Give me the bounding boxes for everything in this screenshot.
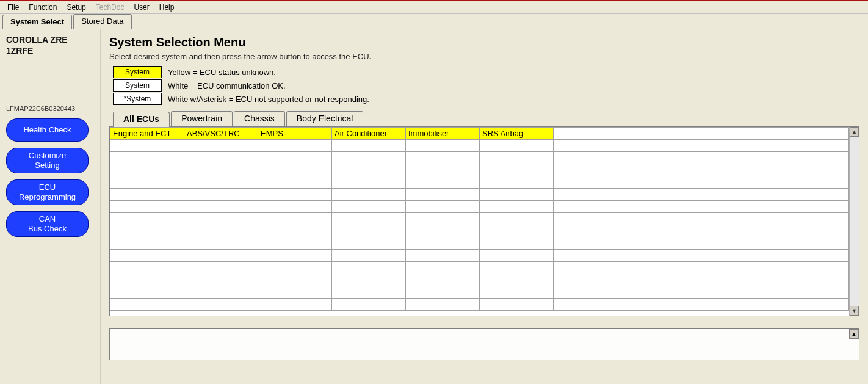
ecu-cell (554, 176, 627, 189)
ecu-cell (554, 189, 627, 201)
ecu-cell (184, 299, 258, 311)
ecu-cell (627, 164, 701, 176)
legend-row-0: SystemYellow = ECU status unknown. (109, 66, 859, 78)
legend-swatch-2: *System (113, 93, 162, 105)
ecu-cell-srs-airbag[interactable]: SRS Airbag (480, 128, 554, 140)
ecu-cell (701, 213, 775, 225)
menu-help[interactable]: Help (154, 3, 179, 12)
ecu-cell (110, 250, 184, 262)
ecu-cell (627, 140, 701, 152)
ecu-cell (184, 225, 258, 237)
menu-file[interactable]: File (2, 3, 24, 12)
ecu-cell-abs-vsc-trc[interactable]: ABS/VSC/TRC (184, 128, 258, 140)
main-panel: System Selection Menu Select desired sys… (101, 29, 868, 384)
ecu-cell (406, 176, 480, 189)
ecu-tab-all-ecus[interactable]: All ECUs (113, 112, 170, 127)
ecu-cell (406, 152, 480, 164)
top-tab-stored-data[interactable]: Stored Data (73, 14, 131, 29)
ecu-cell (110, 140, 184, 152)
ecu-tab-chassis[interactable]: Chassis (234, 111, 285, 126)
ecu-cell-immobiliser[interactable]: Immobiliser (406, 128, 480, 140)
ecu-cell (775, 274, 849, 286)
ecu-cell (701, 299, 775, 311)
ecu-cell-engine-and-ect[interactable]: Engine and ECT (110, 128, 184, 140)
ecu-cell (110, 213, 184, 225)
vertical-scrollbar[interactable]: ▲ ▼ (849, 127, 859, 316)
ecu-cell (110, 201, 184, 213)
scroll-down-icon[interactable]: ▼ (850, 306, 859, 316)
scroll-up-icon[interactable]: ▲ (850, 127, 859, 137)
ecu-cell (332, 286, 406, 299)
ecu-cell (258, 176, 332, 189)
ecu-cell (332, 274, 406, 286)
ecu-cell (406, 164, 480, 176)
ecu-cell (184, 164, 258, 176)
ecu-cell (406, 213, 480, 225)
health-check-button[interactable]: Health Check (6, 118, 89, 142)
ecu-cell (184, 152, 258, 164)
menu-setup[interactable]: Setup (62, 3, 90, 12)
legend-row-1: SystemWhite = ECU communication OK. (109, 79, 859, 92)
ecu-cell (627, 189, 701, 201)
ecu-cell (627, 299, 701, 311)
ecu-cell (554, 140, 627, 152)
ecu-cell (258, 299, 332, 311)
ecu-cell (627, 286, 701, 299)
ecu-cell (480, 152, 554, 164)
customize-setting-button[interactable]: Customize Setting (6, 148, 89, 173)
menubar: FileFunctionSetupTechDocUserHelp (0, 1, 868, 13)
ecu-cell (406, 225, 480, 237)
ecu-cell (480, 225, 554, 237)
ecu-cell (554, 152, 627, 164)
ecu-cell (332, 201, 406, 213)
ecu-cell (480, 274, 554, 286)
ecu-cell (332, 262, 406, 274)
ecu-cell (110, 262, 184, 274)
top-tab-system-select[interactable]: System Select (2, 15, 72, 29)
ecu-cell (258, 274, 332, 286)
ecu-cell (627, 152, 701, 164)
ecu-grid-wrap: Engine and ECTABS/VSC/TRCEMPSAir Conditi… (109, 127, 859, 316)
ecu-tab-body-electrical[interactable]: Body Electrical (286, 111, 364, 126)
legend-swatch-1: System (113, 79, 162, 92)
ecu-cell (258, 250, 332, 262)
ecu-cell (701, 164, 775, 176)
ecu-cell (775, 262, 849, 274)
ecu-cell (258, 140, 332, 152)
ecu-cell (701, 176, 775, 189)
ecu-cell (258, 152, 332, 164)
ecu-cell (775, 164, 849, 176)
ecu-reprogramming-button[interactable]: ECU Reprogramming (6, 179, 89, 205)
ecu-cell-emps[interactable]: EMPS (258, 128, 332, 140)
ecu-cell (701, 201, 775, 213)
vin-label: LFMAP22C6B0320443 (6, 105, 94, 112)
ecu-cell (332, 152, 406, 164)
ecu-cell (480, 140, 554, 152)
can-bus-check-button[interactable]: CAN Bus Check (6, 211, 89, 237)
ecu-cell (480, 286, 554, 299)
ecu-cell (406, 250, 480, 262)
ecu-cell (480, 250, 554, 262)
ecu-cell (184, 250, 258, 262)
ecu-cell (480, 262, 554, 274)
menu-user[interactable]: User (129, 3, 154, 12)
ecu-cell (110, 164, 184, 176)
ecu-cell (184, 201, 258, 213)
ecu-cell (110, 274, 184, 286)
ecu-cell (701, 262, 775, 274)
ecu-cell (332, 213, 406, 225)
ecu-cell-air-conditioner[interactable]: Air Conditioner (332, 128, 406, 140)
panel-scroll-up-icon[interactable]: ▲ (849, 329, 859, 339)
ecu-cell (258, 201, 332, 213)
ecu-cell (332, 176, 406, 189)
ecu-cell (775, 140, 849, 152)
ecu-cell (775, 176, 849, 189)
ecu-cell (554, 286, 627, 299)
ecu-cell (480, 213, 554, 225)
ecu-cell (701, 237, 775, 250)
ecu-cell (627, 201, 701, 213)
menu-function[interactable]: Function (24, 3, 62, 12)
ecu-cell (110, 176, 184, 189)
ecu-cell (701, 128, 775, 140)
ecu-tab-powertrain[interactable]: Powertrain (171, 111, 233, 126)
